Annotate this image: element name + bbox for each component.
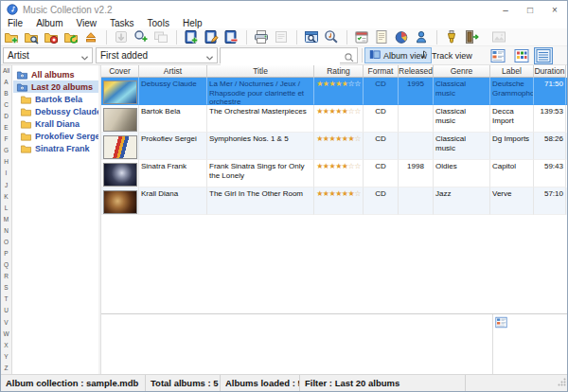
cell-title: The Girl In The Other Room: [207, 187, 314, 215]
internet-search-button[interactable]: [133, 29, 149, 45]
sidebar-item-debussy-claude[interactable]: Debussy Claude: [13, 105, 98, 117]
column-header-title[interactable]: Title: [207, 65, 314, 78]
alpha-index-n[interactable]: N: [1, 225, 11, 237]
table-row[interactable]: Sinatra FrankFrank Sinatra Sings for Onl…: [101, 160, 567, 187]
alpha-index-y[interactable]: Y: [1, 351, 11, 363]
column-header-format[interactable]: Format: [364, 65, 399, 78]
alpha-index-r[interactable]: R: [1, 271, 11, 282]
alpha-index-h[interactable]: H: [1, 157, 11, 169]
menu-tools[interactable]: Tools: [141, 18, 176, 28]
column-header-artist[interactable]: Artist: [139, 65, 207, 78]
backup-collection-button[interactable]: [44, 29, 59, 45]
cell-genre: Classical music: [434, 133, 490, 160]
alpha-index-x[interactable]: X: [1, 340, 11, 351]
thumbnails-view-button[interactable]: [512, 47, 531, 64]
print-button[interactable]: [254, 29, 269, 45]
pie-chart-icon: [394, 29, 409, 45]
alpha-index-c[interactable]: C: [1, 99, 11, 111]
cell-genre: Classical music: [434, 78, 490, 105]
edit-album-button[interactable]: [204, 29, 219, 45]
exit-button[interactable]: [464, 29, 479, 45]
menu-album[interactable]: Album: [29, 18, 69, 28]
alpha-index-m[interactable]: M: [1, 214, 11, 225]
close-button[interactable]: ×: [542, 1, 567, 18]
remove-album-button[interactable]: [223, 29, 239, 45]
minimize-button[interactable]: –: [493, 1, 518, 18]
collection-new-icon: [4, 29, 19, 45]
column-header-genre[interactable]: Genre: [434, 65, 490, 78]
restore-collection-button[interactable]: [63, 29, 79, 45]
add-album-button[interactable]: [184, 29, 199, 45]
search-button[interactable]: [304, 29, 319, 45]
alpha-index-q[interactable]: Q: [1, 259, 11, 271]
alpha-index-k[interactable]: K: [1, 191, 11, 203]
cell-format: CD: [364, 78, 399, 105]
music-search-button[interactable]: [324, 29, 339, 45]
resize-grip[interactable]: [558, 373, 566, 390]
cell-title: Symphonies Nos. 1 & 5: [207, 133, 314, 160]
sidebar-item-prokofiev-sergei[interactable]: Prokofiev Sergei: [13, 130, 98, 142]
statistics-button[interactable]: [394, 29, 409, 45]
cell-label: Dg Imports: [490, 133, 534, 160]
sidebar-item-krall-diana[interactable]: Krall Diana: [13, 117, 98, 130]
notes-button[interactable]: [374, 29, 389, 45]
menu-help[interactable]: Help: [176, 18, 209, 28]
group-by-select[interactable]: Artist: [3, 47, 93, 63]
alpha-index-i[interactable]: I: [1, 169, 11, 180]
eject-button[interactable]: [83, 29, 98, 45]
alpha-index-all[interactable]: All: [1, 65, 11, 77]
search-input[interactable]: [221, 52, 340, 65]
maximize-button[interactable]: □: [518, 1, 542, 18]
cell-duration: 59:43: [534, 160, 566, 187]
alpha-index-o[interactable]: O: [1, 237, 11, 248]
list-view-button[interactable]: [534, 47, 553, 64]
sidebar-item-last-20-albums[interactable]: Last 20 albums: [13, 80, 98, 93]
menu-view[interactable]: View: [69, 18, 103, 28]
sidebar-item-sinatra-frank[interactable]: Sinatra Frank: [13, 142, 98, 154]
details-view-button[interactable]: [488, 47, 507, 64]
column-header-duration[interactable]: Duration: [534, 65, 566, 78]
cell-label: Verve: [490, 187, 534, 215]
table-row[interactable]: Debussy ClaudeLa Mer / Nocturnes / Jeux …: [101, 78, 567, 105]
alpha-index-z[interactable]: Z: [1, 363, 11, 374]
menu-file[interactable]: File: [1, 18, 29, 28]
alpha-index-d[interactable]: D: [1, 111, 11, 122]
sidebar-item-all-albums[interactable]: All albums: [13, 68, 98, 80]
rating-stars: ★★★★★☆☆: [316, 107, 361, 116]
alpha-index-t[interactable]: T: [1, 294, 11, 306]
column-header-released[interactable]: Released: [399, 65, 434, 78]
column-header-rating[interactable]: Rating: [314, 65, 364, 78]
details-pane: [101, 313, 567, 374]
alpha-index-l[interactable]: L: [1, 203, 11, 214]
alpha-index-f[interactable]: F: [1, 134, 11, 145]
track-view-button[interactable]: Track view: [414, 47, 477, 63]
track-view-icon: [418, 48, 429, 62]
open-collection-button[interactable]: [24, 29, 39, 45]
status-panel-0: Album collection : sample.mdb: [1, 375, 146, 391]
sort-by-select[interactable]: First added: [96, 47, 218, 63]
table-row[interactable]: Bartok BelaThe Orchestral Masterpieces★★…: [101, 105, 567, 133]
column-header-cover[interactable]: Cover: [101, 65, 139, 78]
alpha-index-b[interactable]: B: [1, 88, 11, 99]
alpha-index-e[interactable]: E: [1, 122, 11, 134]
alpha-index-p[interactable]: P: [1, 248, 11, 259]
table-row[interactable]: Prokofiev SergeiSymphonies Nos. 1 & 5★★★…: [101, 133, 567, 160]
cell-duration: 58:26: [534, 133, 566, 160]
users-button[interactable]: [414, 29, 429, 45]
alpha-index-a[interactable]: A: [1, 77, 11, 88]
alpha-index-g[interactable]: G: [1, 146, 11, 157]
alpha-index-w[interactable]: W: [1, 329, 11, 340]
plugins-button[interactable]: [444, 29, 459, 45]
print-icon: [254, 29, 269, 45]
album-table: CoverArtistTitleRatingFormatReleasedGenr…: [101, 65, 567, 215]
tasks-button[interactable]: [354, 29, 369, 45]
alpha-index-v[interactable]: V: [1, 317, 11, 329]
alpha-index-s[interactable]: S: [1, 282, 11, 294]
alpha-index-j[interactable]: J: [1, 180, 11, 191]
table-row[interactable]: Krall DianaThe Girl In The Other Room★★★…: [101, 187, 567, 215]
column-header-label[interactable]: Label: [490, 65, 534, 78]
new-collection-button[interactable]: [4, 29, 19, 45]
sidebar-item-bartok-bela[interactable]: Bartok Bela: [13, 93, 98, 105]
menu-tasks[interactable]: Tasks: [103, 18, 141, 28]
alpha-index-u[interactable]: U: [1, 306, 11, 317]
